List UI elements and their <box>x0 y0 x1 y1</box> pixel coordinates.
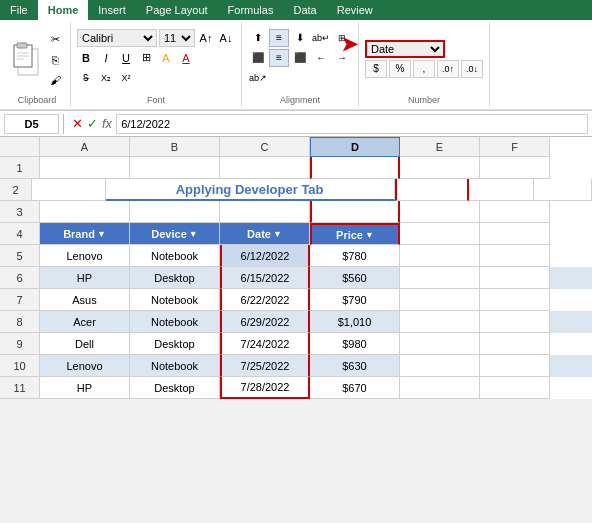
orientation-button[interactable]: ab↗ <box>248 69 268 87</box>
font-size-select[interactable]: 11 <box>159 29 195 47</box>
format-painter-button[interactable]: 🖌 <box>46 71 64 89</box>
copy-button[interactable]: ⎘ <box>46 51 64 69</box>
decrease-indent-button[interactable]: ← <box>311 49 331 67</box>
align-left-button[interactable]: ⬛ <box>248 49 268 67</box>
brand-dropdown-icon[interactable]: ▼ <box>97 229 106 239</box>
col-header-d[interactable]: D <box>310 137 400 157</box>
cell-brand-header[interactable]: Brand ▼ <box>40 223 130 245</box>
cut-button[interactable]: ✂ <box>46 31 64 49</box>
cell-c3[interactable] <box>220 201 310 223</box>
cell-f9[interactable] <box>400 333 480 355</box>
price-dropdown-icon[interactable]: ▼ <box>365 230 374 240</box>
cell-g8[interactable] <box>480 311 550 333</box>
cell-device-header[interactable]: Device ▼ <box>130 223 220 245</box>
comma-button[interactable]: , <box>413 60 435 78</box>
cell-e6[interactable]: $560 <box>310 267 400 289</box>
date-dropdown-icon[interactable]: ▼ <box>273 229 282 239</box>
cell-d10[interactable]: 7/25/2022 <box>220 355 310 377</box>
cell-b8[interactable]: Acer <box>40 311 130 333</box>
tab-home[interactable]: Home <box>38 0 89 20</box>
cell-b1[interactable] <box>130 157 220 179</box>
row-header-6[interactable]: 6 <box>0 267 40 289</box>
cell-c6[interactable]: Desktop <box>130 267 220 289</box>
device-dropdown-icon[interactable]: ▼ <box>189 229 198 239</box>
cell-g6[interactable] <box>480 267 550 289</box>
row-header-8[interactable]: 8 <box>0 311 40 333</box>
cell-e4[interactable] <box>400 223 480 245</box>
cell-b9[interactable]: Dell <box>40 333 130 355</box>
cell-date-header[interactable]: Date ▼ <box>220 223 310 245</box>
align-middle-button[interactable]: ≡ <box>269 29 289 47</box>
tab-file[interactable]: File <box>0 0 38 20</box>
cancel-formula-icon[interactable]: ✕ <box>72 116 83 131</box>
cell-d6[interactable]: 6/15/2022 <box>220 267 310 289</box>
tab-data[interactable]: Data <box>283 0 326 20</box>
border-button[interactable]: ⊞ <box>137 49 155 67</box>
row-header-4[interactable]: 4 <box>0 223 40 245</box>
tab-review[interactable]: Review <box>327 0 383 20</box>
cell-f3[interactable] <box>480 201 550 223</box>
subscript-button[interactable]: X₂ <box>97 69 115 87</box>
cell-a2[interactable] <box>32 179 106 201</box>
currency-button[interactable]: $ <box>365 60 387 78</box>
col-header-e[interactable]: E <box>400 137 480 157</box>
wrap-text-button[interactable]: ab↵ <box>311 29 331 47</box>
formula-input[interactable] <box>116 114 588 134</box>
font-name-select[interactable]: Calibri <box>77 29 157 47</box>
align-center-button[interactable]: ≡ <box>269 49 289 67</box>
cell-f10[interactable] <box>400 355 480 377</box>
cell-c7[interactable]: Notebook <box>130 289 220 311</box>
cell-d1[interactable] <box>310 157 400 179</box>
cell-f8[interactable] <box>400 311 480 333</box>
tab-insert[interactable]: Insert <box>88 0 136 20</box>
cell-g5[interactable] <box>480 245 550 267</box>
cell-e1[interactable] <box>400 157 480 179</box>
cell-f1[interactable] <box>480 157 550 179</box>
increase-font-button[interactable]: A↑ <box>197 29 215 47</box>
cell-b11[interactable]: HP <box>40 377 130 399</box>
cell-c10[interactable]: Notebook <box>130 355 220 377</box>
cell-c1[interactable] <box>220 157 310 179</box>
col-header-f[interactable]: F <box>480 137 550 157</box>
decrease-font-button[interactable]: A↓ <box>217 29 235 47</box>
fill-color-button[interactable]: A <box>157 49 175 67</box>
cell-f7[interactable] <box>400 289 480 311</box>
cell-b3[interactable] <box>130 201 220 223</box>
cell-d11[interactable]: 7/28/2022 <box>220 377 310 399</box>
cell-a1[interactable] <box>40 157 130 179</box>
paste-button[interactable] <box>10 41 44 77</box>
percent-button[interactable]: % <box>389 60 411 78</box>
cell-a3[interactable] <box>40 201 130 223</box>
cell-d5[interactable]: 6/12/2022 <box>220 245 310 267</box>
cell-b6[interactable]: HP <box>40 267 130 289</box>
bold-button[interactable]: B <box>77 49 95 67</box>
col-header-b[interactable]: B <box>130 137 220 157</box>
font-color-button[interactable]: A <box>177 49 195 67</box>
cell-d3[interactable] <box>310 201 400 223</box>
cell-e5[interactable]: $780 <box>310 245 400 267</box>
cell-c8[interactable]: Notebook <box>130 311 220 333</box>
cell-c11[interactable]: Desktop <box>130 377 220 399</box>
insert-function-icon[interactable]: fx <box>102 116 112 131</box>
italic-button[interactable]: I <box>97 49 115 67</box>
cell-f6[interactable] <box>400 267 480 289</box>
cell-e11[interactable]: $670 <box>310 377 400 399</box>
cell-d2[interactable] <box>395 179 469 201</box>
row-header-5[interactable]: 5 <box>0 245 40 267</box>
col-header-a[interactable]: A <box>40 137 130 157</box>
col-header-c[interactable]: C <box>220 137 310 157</box>
cell-g11[interactable] <box>480 377 550 399</box>
row-header-11[interactable]: 11 <box>0 377 40 399</box>
strikethrough-button[interactable]: S̶ <box>77 69 95 87</box>
cell-reference-box[interactable]: D5 <box>4 114 59 134</box>
cell-e9[interactable]: $980 <box>310 333 400 355</box>
row-header-10[interactable]: 10 <box>0 355 40 377</box>
cell-e8[interactable]: $1,010 <box>310 311 400 333</box>
cell-e7[interactable]: $790 <box>310 289 400 311</box>
cell-d8[interactable]: 6/29/2022 <box>220 311 310 333</box>
row-header-3[interactable]: 3 <box>0 201 40 223</box>
cell-c5[interactable]: Notebook <box>130 245 220 267</box>
row-header-1[interactable]: 1 <box>0 157 40 179</box>
increase-decimal-button[interactable]: .0↑ <box>437 60 459 78</box>
cell-f5[interactable] <box>400 245 480 267</box>
